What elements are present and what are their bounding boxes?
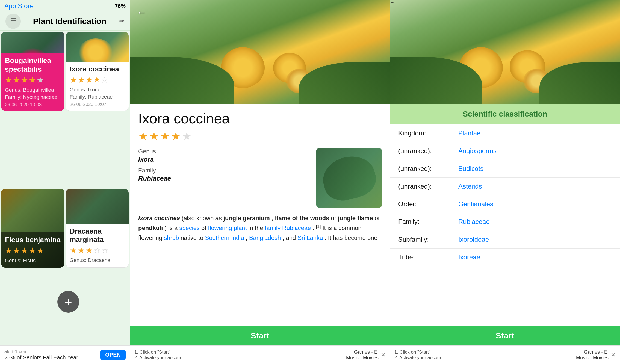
detail-back-button[interactable]: ←: [137, 7, 146, 18]
detail-content: Ixora coccinea ★ ★ ★ ★ ★ Genus Ixora Fam…: [130, 104, 390, 326]
detail-description: Ixora coccinea (also known as jungle ger…: [138, 213, 382, 243]
nav-bar: ☰ Plant Identification ✏: [0, 12, 130, 31]
plant-name-dracaena: Dracaena marginata: [70, 227, 125, 244]
detail-ad-step2: 2. Activate your account: [134, 355, 344, 360]
status-right-icons: 76%: [115, 3, 126, 9]
detail-taxonomy-row: Genus Ixora Family Rubiaceae →: [138, 148, 382, 208]
detail-stars: ★ ★ ★ ★ ★: [138, 130, 382, 142]
sci-val-6[interactable]: Ixoroideae: [458, 236, 489, 243]
stars-bougainvillea: ★ ★ ★ ★ ★: [5, 75, 61, 85]
sci-row-7: Tribe: Ixoreae: [390, 249, 620, 266]
classification-start-button[interactable]: Start: [390, 326, 620, 345]
timestamp-bougainvillea: 26-06-2020 10:08: [5, 102, 61, 108]
timestamp-ixora: 26-06-2020 10:07: [70, 102, 125, 107]
classification-hero-photo: ←: [390, 0, 620, 104]
genus-value: Ixora: [138, 156, 308, 163]
stars-dracaena: ★ ★ ★ ☆ ☆: [70, 246, 125, 255]
detail-ad-games: Games - El Music · Movies: [346, 349, 379, 361]
genus-ixora: Genus: Ixora: [70, 86, 125, 94]
plant-card-dracaena[interactable]: Dracaena marginata ★ ★ ★ ☆ ☆ Genus: Drac…: [66, 189, 129, 268]
ad-title: 25% of Seniors Fall Each Year: [4, 354, 97, 361]
classification-ad-banner: 1. Click on "Start" 2. Activate your acc…: [390, 345, 620, 364]
genus-label: Genus: [138, 148, 308, 155]
family-value: Rubiaceae: [138, 175, 308, 182]
sci-val-4[interactable]: Gentianales: [458, 200, 493, 208]
sci-key-2: (unranked):: [398, 165, 458, 172]
detail-ad-banner: 1. Click on "Start" 2. Activate your acc…: [130, 345, 390, 364]
star-5: ★: [37, 75, 44, 85]
ad-banner: alert-1.com 25% of Seniors Fall Each Yea…: [0, 345, 130, 364]
add-plant-fab[interactable]: +: [57, 291, 79, 313]
detail-hero-photo: ←: [130, 0, 390, 104]
sci-row-0: Kingdom: Plantae: [390, 124, 620, 142]
detail-thumbnail[interactable]: →: [316, 148, 382, 208]
detail-close-ad-button[interactable]: ✕: [381, 351, 386, 359]
plant-name-ixora: Ixora coccinea: [70, 65, 125, 73]
classification-title: Scientific classification: [398, 110, 612, 118]
detail-ad-step1: 1. Click on "Start": [134, 350, 344, 355]
detail-plant-name: Ixora coccinea: [138, 110, 382, 127]
plant-name-bougainvillea: Bougainvillea spectabilis: [5, 56, 61, 73]
genus-bougainvillea: Genus: Bougainvillea: [5, 86, 61, 94]
classification-close-ad-button[interactable]: ✕: [611, 351, 616, 359]
sci-row-2: (unranked): Eudicots: [390, 160, 620, 178]
detail-start-button[interactable]: Start: [130, 326, 390, 345]
classification-table: Kingdom: Plantae (unranked): Angiosperms…: [390, 124, 620, 326]
plant-grid: Bougainvillea spectabilis ★ ★ ★ ★ ★ Genu…: [0, 31, 130, 345]
detail-ad-text: 1. Click on "Start" 2. Activate your acc…: [134, 350, 344, 360]
family-label: Family: [138, 167, 308, 174]
plant-name-ficus: Ficus benjamina: [5, 236, 61, 244]
ad-source: alert-1.com: [4, 349, 97, 354]
battery-icon: 76%: [115, 3, 126, 9]
family-bougainvillea: Family: Nyctaginaceae: [5, 94, 61, 101]
star-2: ★: [13, 75, 20, 85]
detail-taxonomy: Genus Ixora Family Rubiaceae: [138, 148, 308, 186]
genus-dracaena: Genus: Dracaena: [70, 257, 125, 264]
menu-button[interactable]: ☰: [5, 14, 21, 29]
sci-row-1: (unranked): Angiosperms: [390, 142, 620, 160]
star-3: ★: [21, 75, 28, 85]
sci-key-5: Family:: [398, 218, 458, 226]
sci-key-7: Tribe:: [398, 253, 458, 261]
plant-card-bougainvillea[interactable]: Bougainvillea spectabilis ★ ★ ★ ★ ★ Genu…: [1, 32, 64, 111]
stars-ixora: ★ ★ ★ ★ ☆: [70, 75, 125, 85]
sci-val-5[interactable]: Rubiaceae: [458, 218, 490, 226]
sci-row-3: (unranked): Asterids: [390, 178, 620, 195]
ad-open-button[interactable]: OPEN: [100, 350, 126, 360]
genus-block: Genus Ixora: [138, 148, 308, 163]
sci-row-6: Subfamily: Ixoroideae: [390, 231, 620, 249]
classification-ad-games: Games - El Music · Movies: [576, 349, 609, 361]
sci-key-6: Subfamily:: [398, 236, 458, 243]
sci-val-7[interactable]: Ixoreae: [458, 253, 480, 261]
sci-row-4: Order: Gentianales: [390, 195, 620, 213]
genus-ficus: Genus: Ficus: [5, 257, 61, 264]
family-block: Family Rubiaceae: [138, 167, 308, 182]
sci-key-1: (unranked):: [398, 147, 458, 155]
classification-back-button[interactable]: ←: [390, 0, 620, 5]
family-ixora: Family: Rubiaceae: [70, 93, 125, 101]
nav-title: Plant Identification: [33, 17, 106, 26]
status-bar: App Store 10:09 AM 76%: [0, 0, 130, 12]
ad-content: alert-1.com 25% of Seniors Fall Each Yea…: [4, 349, 97, 361]
plant-card-ixora[interactable]: Ixora coccinea ★ ★ ★ ★ ☆ Genus: Ixora Fa…: [66, 32, 129, 111]
classification-ad-text: 1. Click on "Start" 2. Activate your acc…: [394, 350, 574, 360]
classification-ad-step1: 1. Click on "Start": [394, 350, 574, 355]
sci-key-4: Order:: [398, 200, 458, 208]
classification-header: Scientific classification: [390, 104, 620, 124]
star-4: ★: [29, 75, 36, 85]
sci-val-2[interactable]: Eudicots: [458, 165, 483, 172]
sci-key-3: (unranked):: [398, 183, 458, 190]
sci-val-1[interactable]: Angiosperms: [458, 147, 497, 155]
plant-card-ficus[interactable]: Ficus benjamina ★ ★ ★ ★ ★ Genus: Ficus: [1, 189, 64, 268]
classification-ad-step2: 2. Activate your account: [394, 355, 574, 360]
sci-val-0[interactable]: Plantae: [458, 129, 480, 137]
stars-ficus: ★ ★ ★ ★ ★: [5, 246, 61, 255]
star-1: ★: [5, 75, 12, 85]
edit-button[interactable]: ✏: [119, 17, 125, 25]
app-store-label: App Store: [4, 2, 34, 10]
sci-row-5: Family: Rubiaceae: [390, 213, 620, 231]
sci-key-0: Kingdom:: [398, 129, 458, 137]
sci-val-3[interactable]: Asterids: [458, 183, 482, 190]
